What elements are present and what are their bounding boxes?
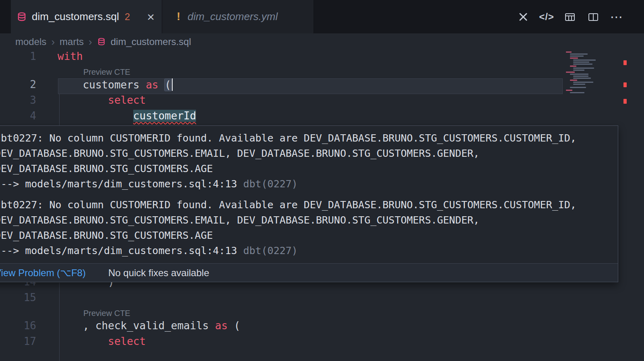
error-message: dbt0227: No column CUSTOMERID found. Ava… — [0, 131, 615, 176]
keyword-token: select — [108, 94, 146, 106]
tab-dim-customers-sql[interactable]: dim_customers.sql 2 × — [11, 0, 162, 33]
error-overview-mark — [623, 99, 627, 104]
vscode-window: dim_customers.sql 2 × ! dim_customers.ym… — [0, 0, 644, 361]
editor-actions: </> ⋯ — [517, 0, 623, 33]
code-line: 4 customerId — [0, 110, 644, 125]
error-hover-popup: dbt0227: No column CUSTOMERID found. Ava… — [0, 125, 618, 282]
line-number: 4 — [0, 110, 36, 125]
error-message-block: dbt0227: No column CUSTOMERID found. Ava… — [0, 197, 615, 258]
error-location: --> models/marts/dim_customers.sql:4:13 … — [0, 176, 615, 192]
error-overview-mark — [623, 82, 627, 87]
error-token-customerid: customerId — [133, 110, 196, 122]
codelens-preview-cte[interactable]: Preview CTE — [83, 66, 130, 78]
line-number: 17 — [0, 335, 36, 351]
line-number: 3 — [0, 94, 36, 110]
code-line-text[interactable]: select — [58, 94, 146, 110]
code-line-text[interactable]: with — [58, 50, 83, 66]
keyword-token: as — [146, 79, 158, 91]
database-icon — [17, 12, 27, 22]
bracket-token: ( — [165, 79, 171, 91]
keyword-token: select — [108, 335, 146, 347]
editor-tab-bar: dim_customers.sql 2 × ! dim_customers.ym… — [0, 0, 644, 33]
error-code: dbt(0227) — [243, 245, 297, 256]
code-line-text[interactable]: select — [58, 335, 146, 351]
warning-marker-icon: ! — [177, 10, 180, 23]
tab-label: dim_customers.sql — [32, 10, 119, 23]
code-line: 3 select — [0, 94, 644, 110]
error-hover-footer: View Problem (⌥F8) No quick fixes availa… — [0, 263, 618, 282]
line-number: 16 — [0, 320, 36, 335]
whitespace — [89, 320, 95, 332]
codelens-preview-cte[interactable]: Preview CTE — [83, 307, 130, 320]
keyword-token: as — [215, 320, 227, 332]
error-location-path: --> models/marts/dim_customers.sql:4:13 — [0, 245, 237, 256]
close-tab-icon[interactable]: × — [147, 10, 155, 23]
code-line: 1 with — [0, 50, 644, 66]
error-hover-body: dbt0227: No column CUSTOMERID found. Ava… — [0, 126, 618, 263]
error-code: dbt(0227) — [243, 178, 297, 190]
line-number: 2 — [0, 78, 36, 94]
chevron-right-icon: › — [51, 36, 55, 48]
error-overview-mark — [623, 60, 627, 65]
error-location: --> models/marts/dim_customers.sql:4:13 … — [0, 243, 615, 258]
minimap[interactable] — [565, 51, 621, 97]
identifier-token: customers — [83, 79, 140, 91]
tab-label: dim_customers.yml — [188, 10, 278, 23]
dbt-run-icon[interactable] — [517, 10, 530, 23]
breadcrumb-item-models[interactable]: models — [15, 36, 46, 47]
whitespace — [158, 79, 165, 91]
line-number: 15 — [0, 291, 36, 307]
query-results-icon[interactable] — [564, 10, 576, 23]
code-line-text[interactable]: , check_valid_emails as ( — [58, 320, 240, 335]
whitespace — [58, 320, 83, 332]
error-message: dbt0227: No column CUSTOMERID found. Ava… — [0, 197, 615, 243]
error-location-path: --> models/marts/dim_customers.sql:4:13 — [0, 178, 237, 190]
code-line: 16 , check_valid_emails as ( — [0, 320, 644, 335]
keyword-token: with — [58, 50, 83, 62]
breadcrumb: models › marts › dim_customers.sql — [0, 33, 644, 50]
breadcrumb-item-file[interactable]: dim_customers.sql — [111, 36, 191, 47]
view-problem-link[interactable]: View Problem (⌥F8) — [0, 267, 86, 279]
database-icon — [97, 37, 106, 46]
split-editor-icon[interactable] — [587, 10, 600, 23]
chevron-right-icon: › — [89, 36, 92, 48]
code-line: 17 select — [0, 335, 644, 351]
code-line: 15 — [0, 291, 644, 307]
error-message-block: dbt0227: No column CUSTOMERID found. Ava… — [0, 131, 615, 192]
text-cursor — [172, 78, 173, 91]
no-quick-fixes-text: No quick fixes available — [108, 267, 209, 279]
code-line: 2 customers as ( — [0, 78, 644, 94]
whitespace — [58, 94, 108, 106]
punctuation-token: , — [83, 320, 89, 332]
whitespace — [58, 110, 133, 122]
breadcrumb-item-marts[interactable]: marts — [60, 36, 84, 47]
bracket-token: ( — [228, 320, 240, 332]
compile-code-icon[interactable]: </> — [540, 10, 553, 23]
whitespace — [140, 79, 146, 91]
code-line-text[interactable]: customerId — [58, 110, 196, 125]
code-line-text[interactable]: customers as ( — [58, 78, 173, 94]
whitespace — [209, 320, 215, 332]
whitespace — [58, 335, 108, 347]
identifier-token: check_valid_emails — [95, 320, 209, 332]
tab-dim-customers-yml[interactable]: ! dim_customers.yml — [162, 0, 314, 33]
more-actions-icon[interactable]: ⋯ — [610, 10, 623, 23]
tab-modified-badge: 2 — [125, 11, 130, 23]
line-number: 1 — [0, 50, 36, 66]
whitespace — [58, 79, 83, 91]
